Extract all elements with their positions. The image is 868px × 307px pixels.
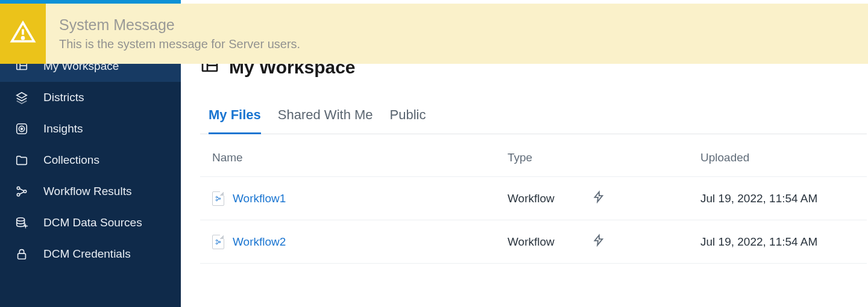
svg-point-11 (24, 190, 26, 193)
sidebar-item-label: Collections (43, 154, 99, 167)
sidebar-item-label: Insights (43, 122, 83, 135)
sidebar-item-dcm-credentials[interactable]: DCM Credentials (0, 238, 181, 270)
file-link[interactable]: Workflow2 (233, 235, 286, 249)
banner-icon-box (0, 4, 46, 64)
svg-point-9 (17, 187, 19, 189)
svg-point-1 (22, 37, 24, 39)
target-icon (14, 122, 29, 136)
workflow-file-icon (212, 191, 224, 206)
tab-shared-with-me[interactable]: Shared With Me (278, 107, 373, 134)
database-icon (14, 216, 29, 230)
table-row: Workflow2 Workflow Jul 19, 2022, 11:54 A… (200, 220, 867, 264)
sidebar-item-label: DCM Credentials (43, 247, 131, 261)
run-icon[interactable] (592, 237, 605, 249)
warning-icon (10, 19, 36, 48)
top-accent-bar (0, 0, 181, 4)
file-uploaded: Jul 19, 2022, 11:54 AM (700, 235, 855, 249)
svg-rect-14 (18, 253, 26, 259)
tab-my-files[interactable]: My Files (209, 107, 261, 134)
workflow-file-icon (212, 235, 224, 249)
lock-icon (14, 247, 29, 261)
file-type: Workflow (508, 235, 592, 249)
sidebar-item-label: Workflow Results (43, 185, 131, 198)
sidebar-item-label: DCM Data Sources (43, 216, 142, 229)
banner-message: This is the system message for Server us… (59, 37, 300, 51)
sidebar-item-collections[interactable]: Collections (0, 144, 181, 176)
run-icon[interactable] (592, 193, 605, 206)
nodes-icon (14, 184, 29, 199)
file-type: Workflow (508, 192, 592, 205)
tabs: My Files Shared With Me Public (200, 107, 867, 134)
file-uploaded: Jul 19, 2022, 11:54 AM (700, 192, 855, 205)
folder-icon (14, 153, 29, 167)
banner-text: System Message This is the system messag… (46, 4, 313, 64)
svg-point-10 (17, 193, 19, 196)
system-banner: System Message This is the system messag… (0, 4, 868, 64)
table-row: Workflow1 Workflow Jul 19, 2022, 11:54 A… (200, 177, 867, 220)
svg-point-12 (17, 218, 25, 222)
sidebar-item-workflow-results[interactable]: Workflow Results (0, 176, 181, 207)
file-link[interactable]: Workflow1 (233, 192, 286, 205)
layers-icon (14, 90, 29, 105)
sidebar-item-insights[interactable]: Insights (0, 113, 181, 144)
sidebar-item-label: Districts (43, 91, 84, 104)
tab-public[interactable]: Public (390, 107, 426, 134)
svg-point-13 (25, 226, 27, 227)
column-header-action (592, 151, 700, 164)
column-header-uploaded[interactable]: Uploaded (700, 151, 855, 164)
sidebar-item-dcm-data-sources[interactable]: DCM Data Sources (0, 207, 181, 238)
files-table: Name Type Uploaded Workflow1 (200, 134, 867, 264)
svg-point-8 (21, 128, 23, 130)
column-header-type[interactable]: Type (508, 151, 592, 164)
column-header-name[interactable]: Name (212, 151, 508, 164)
svg-marker-5 (17, 93, 27, 98)
banner-title: System Message (59, 16, 300, 34)
table-header: Name Type Uploaded (200, 134, 867, 177)
sidebar-item-districts[interactable]: Districts (0, 82, 181, 113)
